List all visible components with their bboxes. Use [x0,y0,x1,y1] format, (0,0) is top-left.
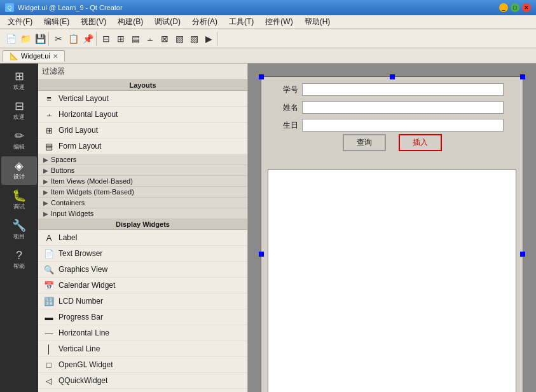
widget-item-horizontal-layout[interactable]: ⫠Horizontal Layout [38,107,247,123]
widget-item-text-browser[interactable]: 📄Text Browser [38,246,247,262]
window-title: Widget.ui @ Learn_9 - Qt Creator [18,4,123,11]
debug-icon: 🐛 [12,190,26,201]
tab-widget-ui[interactable]: 📐 Widget.ui ✕ [3,50,65,62]
maximize-button[interactable]: □ [511,3,519,12]
widget-item-vertical-line[interactable]: │Vertical Line [38,341,247,357]
menu-item-编辑E[interactable]: 编辑(E) [39,15,74,29]
widget-icon: — [43,327,55,339]
handle-right-mid[interactable] [520,252,525,257]
toolbar-paste-btn[interactable]: 📌 [81,32,95,46]
handle-top-left[interactable] [259,74,264,79]
toolbar-cut-btn[interactable]: ✂ [52,32,65,46]
widget-icon: A [43,232,55,243]
widget-item-opengl-widget[interactable]: □OpenGL Widget [38,357,247,373]
menu-item-工具T[interactable]: 工具(T) [224,15,259,29]
menu-item-文件F[interactable]: 文件(F) [3,15,38,29]
toolbar-layout2-btn[interactable]: ⊞ [114,32,128,46]
query-button[interactable]: 查询 [343,134,386,151]
widget-item-lcd-number[interactable]: 🔢LCD Number [38,294,247,309]
category-arrow: ▶ [43,167,48,174]
widget-label: Vertical Layout [58,94,109,103]
widget-item-qquickwidget[interactable]: ◁QQuickWidget [38,373,247,389]
sidebar-item-projects[interactable]: 🔧 项目 [1,216,37,245]
close-button[interactable]: ✕ [522,3,531,12]
toolbar-layout5-btn[interactable]: ⊠ [158,32,172,46]
widget-canvas[interactable]: 学号 姓名 生日 查询 插入 [261,76,523,392]
toolbar-group-edit: ✂ 📋 📌 [50,32,97,46]
menu-item-调试D[interactable]: 调试(D) [149,15,186,29]
widget-item-grid-layout[interactable]: ⊞Grid Layout [38,123,247,139]
sidebar-item-edit[interactable]: ✏ 编辑 [1,126,37,155]
tab-label: Widget.ui [21,52,50,60]
widget-label: Vertical Line [58,344,100,353]
menu-item-分析A[interactable]: 分析(A) [187,15,223,29]
toolbar-copy-btn[interactable]: 📋 [66,32,80,46]
handle-top-mid[interactable] [390,74,395,79]
input-shengri[interactable] [302,119,504,132]
form-row-xingming: 姓名 [280,101,504,114]
sidebar-item-help[interactable]: ? 帮助 [1,246,37,274]
sidebar-item-design[interactable]: ◈ 设计 [1,156,37,185]
category-spacers[interactable]: ▶Spacers [38,154,247,165]
widget-item-calendar-widget[interactable]: 📅Calendar Widget [38,278,247,294]
category-item-views-(model-based)[interactable]: ▶Item Views (Model-Based) [38,176,247,187]
insert-button[interactable]: 插入 [399,134,442,151]
sidebar-item-debug[interactable]: 🐛 调试 [1,186,37,215]
menu-item-构建B[interactable]: 构建(B) [113,15,148,29]
sidebar: ⊞ 欢迎 ⊟ 欢迎 ✏ 编辑 ◈ 设计 🐛 调试 🔧 项目 ? 帮助 [0,64,38,392]
input-xingming[interactable] [302,101,504,114]
welcome1-icon: ⊞ [15,71,24,82]
category-buttons[interactable]: ▶Buttons [38,165,247,176]
widget-label: Graphics View [58,265,107,274]
handle-left-mid[interactable] [259,252,264,257]
toolbar-layout4-btn[interactable]: ⫠ [143,32,157,46]
sidebar-label-projects: 项目 [13,233,25,241]
toolbar-new-btn[interactable]: 📄 [4,32,18,46]
widget-panel: 过滤器 Layouts≡Vertical Layout⫠Horizontal L… [38,64,248,392]
toolbar-save-btn[interactable]: 💾 [33,32,47,46]
tab-close-btn[interactable]: ✕ [53,53,58,60]
widget-item-progress-bar[interactable]: ▬Progress Bar [38,309,247,325]
app-icon: Q [5,3,14,12]
menu-bar: 文件(F)编辑(E)视图(V)构建(B)调试(D)分析(A)工具(T)控件(W)… [0,15,536,29]
menu-item-控件W[interactable]: 控件(W) [260,15,298,29]
toolbar-open-btn[interactable]: 📁 [18,32,32,46]
label-xuehao: 学号 [280,84,298,95]
minimize-button[interactable]: _ [499,3,508,12]
sidebar-item-welcome1[interactable]: ⊞ 欢迎 [1,67,37,95]
menu-item-视图V[interactable]: 视图(V) [76,15,111,29]
toolbar-layout7-btn[interactable]: ▨ [187,32,201,46]
widget-label: Text Browser [58,249,102,258]
category-containers[interactable]: ▶Containers [38,198,247,208]
widget-icon: ⫠ [43,109,55,120]
widget-item-vertical-layout[interactable]: ≡Vertical Layout [38,91,247,107]
widget-item-label[interactable]: ALabel [38,230,247,246]
handle-top-right[interactable] [520,74,525,79]
toolbar-layout3-btn[interactable]: ▤ [128,32,142,46]
toolbar-preview-btn[interactable]: ▶ [202,32,216,46]
category-arrow: ▶ [43,178,48,185]
toolbar-layout6-btn[interactable]: ▧ [172,32,186,46]
menu-item-帮助H[interactable]: 帮助(H) [299,15,336,29]
title-bar: Q Widget.ui @ Learn_9 - Qt Creator _ □ ✕ [0,0,536,15]
widget-item-graphics-view[interactable]: 🔍Graphics View [38,262,247,278]
category-input-widgets[interactable]: ▶Input Widgets [38,208,247,219]
widget-item-form-layout[interactable]: ▤Form Layout [38,139,247,154]
label-xingming: 姓名 [280,102,298,113]
window-controls[interactable]: _ □ ✕ [499,3,531,12]
widget-icon: 🔍 [43,264,55,275]
widget-icon: ⊞ [43,125,55,136]
sidebar-label-design: 设计 [13,173,25,181]
sidebar-item-welcome2[interactable]: ⊟ 欢迎 [1,97,37,125]
widget-label: LCD Number [58,297,103,306]
widget-label: Label [58,233,77,242]
filter-bar: 过滤器 [38,64,247,80]
toolbar-group-layout: ⊟ ⊞ ▤ ⫠ ⊠ ▧ ▨ ▶ [98,32,217,46]
widget-icon: ≡ [43,93,55,104]
projects-icon: 🔧 [12,220,26,231]
widget-item-horizontal-line[interactable]: —Horizontal Line [38,325,247,341]
category-item-widgets-(item-based)[interactable]: ▶Item Widgets (Item-Based) [38,187,247,198]
input-xuehao[interactable] [302,83,504,96]
toolbar-layout1-btn[interactable]: ⊟ [99,32,113,46]
design-area: 学号 姓名 生日 查询 插入 [248,64,536,392]
